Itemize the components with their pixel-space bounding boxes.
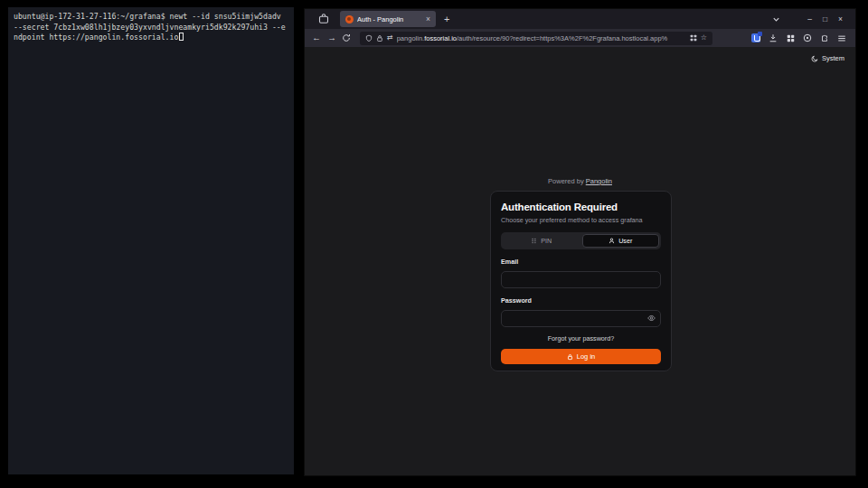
keypad-icon bbox=[531, 238, 537, 244]
browser-window: Auth - Pangolin × + – □ × ← → bbox=[305, 9, 855, 475]
terminal-line: ndpoint https://pangolin.fossorial.io bbox=[14, 33, 288, 43]
email-field[interactable] bbox=[501, 271, 661, 288]
bookmark-star-icon[interactable]: ☆ bbox=[701, 34, 707, 42]
blue-extension-icon[interactable] bbox=[751, 33, 760, 42]
tab-close-icon[interactable]: × bbox=[426, 15, 430, 23]
url-domain: fossorial.io bbox=[424, 34, 457, 42]
window-close-button[interactable]: × bbox=[833, 14, 848, 23]
browser-tab-bar: Auth - Pangolin × + – □ × bbox=[305, 9, 855, 29]
tab-list-chevron-icon[interactable] bbox=[772, 15, 780, 23]
theme-selector[interactable]: System bbox=[811, 54, 844, 62]
tab-pin-label: PIN bbox=[541, 237, 552, 245]
terminal-line-text: ndpoint https://pangolin.fossorial.io bbox=[14, 33, 178, 42]
terminal-line: --secret 7cbz1xw08lh1jbzey03yxvndljvneam… bbox=[14, 23, 288, 33]
https-lock-icon[interactable] bbox=[376, 34, 383, 42]
auth-method-tabs: PIN User bbox=[501, 232, 661, 249]
url-path: /auth/resource/90?redirect=https%3A%2F%2… bbox=[457, 34, 667, 42]
pangolin-brand-link[interactable]: Pangolin bbox=[586, 177, 612, 185]
card-title: Authentication Required bbox=[501, 202, 661, 212]
tab-user-label: User bbox=[618, 237, 632, 245]
url-text: pangolin.fossorial.io/auth/resource/90?r… bbox=[397, 34, 686, 42]
terminal-window[interactable]: ubuntu@ip-172-31-27-116:~/grafana$ newt … bbox=[8, 7, 294, 474]
tab-user[interactable]: User bbox=[582, 234, 660, 248]
new-tab-button[interactable]: + bbox=[444, 14, 449, 24]
desktop: { "terminal": { "lines": [ "ubuntu@ip-17… bbox=[0, 0, 868, 488]
user-icon bbox=[609, 238, 615, 244]
terminal-cursor bbox=[179, 33, 184, 41]
eye-icon bbox=[647, 314, 656, 322]
tab-pin[interactable]: PIN bbox=[503, 234, 580, 248]
tracking-protection-shield-icon[interactable] bbox=[365, 34, 373, 42]
container-grid-icon[interactable] bbox=[690, 34, 697, 42]
circle-dot-extension-icon[interactable] bbox=[803, 33, 812, 42]
forward-button[interactable]: → bbox=[326, 33, 337, 42]
tab-auth-pangolin[interactable]: Auth - Pangolin × bbox=[340, 11, 436, 27]
theme-label: System bbox=[822, 54, 844, 62]
exchange-icon[interactable]: ⇄ bbox=[387, 34, 393, 42]
reload-button[interactable] bbox=[342, 33, 353, 42]
card-subtitle: Choose your preferred method to access g… bbox=[501, 216, 661, 224]
downloads-icon[interactable] bbox=[769, 33, 778, 42]
show-password-button[interactable] bbox=[647, 314, 656, 322]
firefox-view-button[interactable] bbox=[317, 13, 330, 25]
forgot-password-link[interactable]: Forgot your password? bbox=[501, 334, 661, 343]
powered-by: Powered by Pangolin bbox=[305, 177, 855, 185]
log-in-label: Log in bbox=[577, 352, 595, 361]
firefox-view-icon bbox=[318, 14, 329, 24]
url-prefix: pangolin. bbox=[397, 34, 424, 42]
password-field[interactable] bbox=[501, 310, 661, 327]
extensions-puzzle-icon[interactable] bbox=[820, 33, 829, 42]
email-label: Email bbox=[501, 258, 661, 266]
terminal-line: ubuntu@ip-172-31-27-116:~/grafana$ newt … bbox=[14, 12, 288, 23]
tab-title: Auth - Pangolin bbox=[357, 15, 422, 23]
minimize-button[interactable]: – bbox=[802, 14, 817, 23]
log-in-button[interactable]: Log in bbox=[501, 349, 661, 364]
maximize-button[interactable]: □ bbox=[817, 14, 833, 23]
lock-icon bbox=[567, 353, 573, 361]
url-bar[interactable]: ⇄ pangolin.fossorial.io/auth/resource/90… bbox=[360, 32, 712, 45]
pangolin-favicon-icon bbox=[345, 15, 354, 23]
back-button[interactable]: ← bbox=[311, 33, 322, 42]
toolbar-extensions-area bbox=[751, 33, 849, 42]
moon-icon bbox=[811, 55, 818, 62]
browser-nav-bar: ← → ⇄ pangolin.fossorial.io/auth/resourc bbox=[305, 29, 855, 47]
window-controls: – □ × bbox=[772, 14, 848, 23]
tiles-extension-icon[interactable] bbox=[786, 33, 795, 42]
password-input-wrap bbox=[501, 308, 661, 327]
menu-hamburger-icon[interactable] bbox=[837, 33, 846, 42]
auth-page: System Powered by Pangolin Authenticatio… bbox=[305, 47, 855, 475]
password-label: Password bbox=[501, 296, 661, 305]
powered-by-text: Powered by bbox=[548, 177, 584, 185]
email-input-wrap bbox=[501, 269, 661, 288]
auth-card: Authentication Required Choose your pref… bbox=[490, 191, 672, 371]
